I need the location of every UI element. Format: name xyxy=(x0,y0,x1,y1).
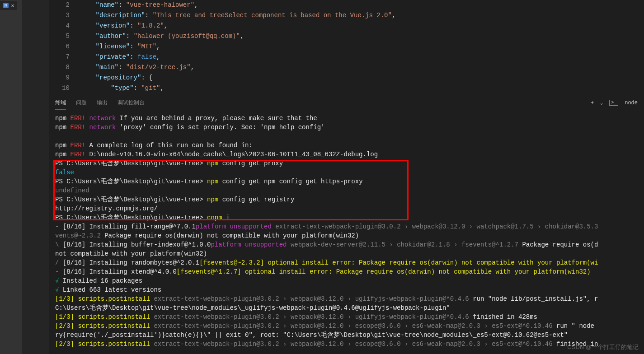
tab-debug-console[interactable]: 调试控制台 xyxy=(118,96,145,109)
ps-prompt: PS C:\Users\毛含梦\Desktop\git\vue-tree> xyxy=(55,160,207,167)
svg-text:R: R xyxy=(4,3,7,8)
watermark: CSDN @一个打工仔的笔记 xyxy=(567,343,639,351)
terminal-shell-icon[interactable]: >_ xyxy=(609,100,618,106)
chevron-down-icon[interactable]: ⌄ xyxy=(600,100,603,106)
close-icon[interactable]: ✕ xyxy=(11,2,14,9)
line-gutter: 2345678910 xyxy=(49,0,80,95)
tab-output[interactable]: 输出 xyxy=(97,96,108,109)
tab-problems[interactable]: 问题 xyxy=(76,96,87,109)
tab-terminal[interactable]: 终端 xyxy=(55,96,66,110)
sidebar xyxy=(22,0,49,354)
ramda-icon: R xyxy=(2,2,9,9)
terminal-shell-label: node xyxy=(625,100,638,106)
err-label: ERR! xyxy=(71,115,86,122)
terminal[interactable]: npm ERR! network If you are behind a pro… xyxy=(49,110,644,354)
check-icon: √ xyxy=(55,277,63,284)
code-content[interactable]: "name": "vue-tree-halower", "description… xyxy=(80,0,644,95)
main-area: 2345678910 "name": "vue-tree-halower", "… xyxy=(49,0,644,354)
panel-tabs: 终端 问题 输出 调试控制台 + ⌄ >_ node xyxy=(49,95,644,110)
editor[interactable]: 2345678910 "name": "vue-tree-halower", "… xyxy=(49,0,644,95)
ramda-tab[interactable]: = R ✕ xyxy=(0,1,17,10)
new-terminal-icon[interactable]: + xyxy=(591,100,594,106)
activity-bar: = R ✕ xyxy=(0,0,22,354)
tab-drag-icon: = xyxy=(0,2,0,9)
